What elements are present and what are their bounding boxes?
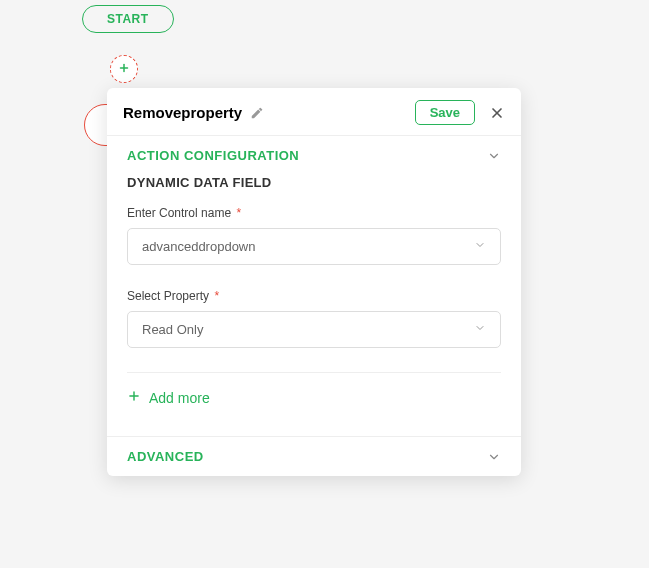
- close-button[interactable]: [489, 105, 505, 121]
- add-more-label: Add more: [149, 390, 210, 406]
- save-button[interactable]: Save: [415, 100, 475, 125]
- chevron-down-icon: [487, 149, 501, 163]
- select-property-value: Read Only: [142, 322, 203, 337]
- section-action-configuration[interactable]: ACTION CONFIGURATION: [107, 135, 521, 175]
- required-indicator: *: [211, 289, 219, 303]
- add-step-node[interactable]: [110, 55, 138, 83]
- section-label: ACTION CONFIGURATION: [127, 148, 299, 163]
- select-property-select[interactable]: Read Only: [127, 311, 501, 348]
- add-more-button[interactable]: Add more: [127, 387, 501, 424]
- dynamic-data-field-heading: DYNAMIC DATA FIELD: [127, 175, 501, 190]
- select-property-label: Select Property *: [127, 289, 501, 303]
- chevron-down-icon: [487, 450, 501, 464]
- control-name-value: advanceddropdown: [142, 239, 255, 254]
- panel-header: Removeproperty Save: [107, 88, 521, 135]
- control-name-label: Enter Control name *: [127, 206, 501, 220]
- divider: [127, 372, 501, 373]
- control-name-select[interactable]: advanceddropdown: [127, 228, 501, 265]
- required-indicator: *: [233, 206, 241, 220]
- plus-icon: [118, 60, 130, 78]
- section-advanced[interactable]: ADVANCED: [107, 436, 521, 476]
- chevron-down-icon: [474, 239, 486, 254]
- chevron-down-icon: [474, 322, 486, 337]
- section-label: ADVANCED: [127, 449, 204, 464]
- start-node[interactable]: START: [82, 5, 174, 33]
- start-label: START: [107, 12, 149, 26]
- panel-title: Removeproperty: [123, 104, 242, 121]
- plus-icon: [127, 389, 141, 406]
- action-panel: Removeproperty Save ACTION CONFIGURATION…: [107, 88, 521, 476]
- panel-body: DYNAMIC DATA FIELD Enter Control name * …: [107, 175, 521, 436]
- edit-icon[interactable]: [250, 106, 264, 120]
